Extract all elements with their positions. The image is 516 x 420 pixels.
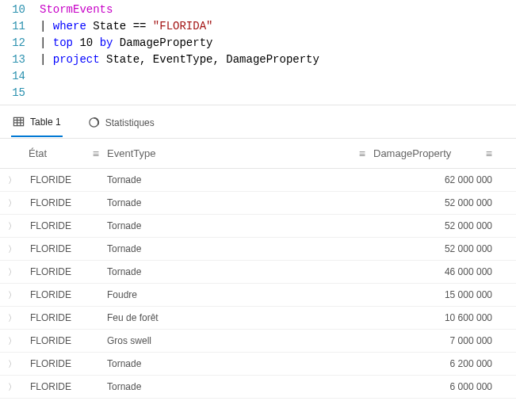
cell-damage: 62 000 000 (373, 174, 516, 185)
table-row[interactable]: 〉FLORIDEFeu de forêt10 600 000 (0, 307, 516, 330)
cell-damage: 6 200 000 (373, 358, 516, 369)
column-menu-icon[interactable]: ≡ (359, 147, 365, 160)
expand-row-icon[interactable]: 〉 (0, 289, 24, 301)
table-row[interactable]: 〉FLORIDEFoudre15 000 000 (0, 284, 516, 307)
cell-event: Tornade (107, 358, 373, 369)
stats-icon (88, 116, 100, 128)
cell-event: Tornade (107, 266, 373, 277)
code-line[interactable]: 15 (0, 85, 516, 101)
column-header-state-label: État (29, 147, 47, 159)
table-row[interactable]: 〉FLORIDETornade52 000 000 (0, 215, 516, 238)
tab-table-label: Table 1 (30, 116, 61, 128)
cell-damage: 7 000 000 (373, 335, 516, 346)
cell-event: Tornade (107, 174, 373, 185)
line-number: 13 (0, 52, 40, 68)
expand-row-icon[interactable]: 〉 (0, 220, 24, 232)
table-row[interactable]: 〉FLORIDETornade52 000 000 (0, 238, 516, 261)
code-line[interactable]: 10StormEvents (0, 2, 516, 18)
code-content[interactable]: | project State, EventType, DamageProper… (40, 52, 516, 68)
column-menu-icon[interactable]: ≡ (93, 147, 99, 160)
cell-state: FLORIDE (24, 266, 107, 277)
line-number: 10 (0, 2, 40, 18)
cell-state: FLORIDE (24, 335, 107, 346)
query-editor[interactable]: 10StormEvents11| where State == "FLORIDA… (0, 0, 516, 105)
cell-event: Gros swell (107, 335, 373, 346)
cell-event: Tornade (107, 197, 373, 208)
cell-state: FLORIDE (24, 289, 107, 300)
svg-rect-0 (13, 117, 23, 125)
tab-stats[interactable]: Statistiques (86, 112, 156, 136)
code-content[interactable] (40, 85, 516, 101)
results-grid: État ≡ EventType ≡ DamageProperty ≡ 〉FLO… (0, 139, 516, 399)
grid-header: État ≡ EventType ≡ DamageProperty ≡ (0, 139, 516, 169)
cell-damage: 46 000 000 (373, 266, 516, 277)
line-number: 15 (0, 85, 40, 101)
result-tabs: Table 1 Statistiques (0, 105, 516, 139)
grid-body: 〉FLORIDETornade62 000 000〉FLORIDETornade… (0, 169, 516, 399)
expand-row-icon[interactable]: 〉 (0, 174, 24, 186)
expand-row-icon[interactable]: 〉 (0, 358, 24, 370)
cell-damage: 52 000 000 (373, 197, 516, 208)
cell-event: Feu de forêt (107, 312, 373, 323)
cell-event: Tornade (107, 243, 373, 254)
cell-state: FLORIDE (24, 197, 107, 208)
column-header-damage-label: DamageProperty (373, 147, 451, 159)
code-content[interactable]: StormEvents (40, 2, 516, 18)
expand-row-icon[interactable]: 〉 (0, 312, 24, 324)
code-content[interactable]: | where State == "FLORIDA" (40, 18, 516, 35)
cell-state: FLORIDE (24, 381, 107, 392)
cell-damage: 6 000 000 (373, 381, 516, 392)
cell-damage: 52 000 000 (373, 243, 516, 254)
column-header-damage[interactable]: DamageProperty ≡ (373, 147, 516, 160)
cell-event: Tornade (107, 220, 373, 231)
code-line[interactable]: 13| project State, EventType, DamageProp… (0, 52, 516, 68)
table-row[interactable]: 〉FLORIDETornade6 200 000 (0, 353, 516, 376)
cell-state: FLORIDE (24, 174, 107, 185)
cell-damage: 10 600 000 (373, 312, 516, 323)
column-header-event[interactable]: EventType ≡ (107, 147, 373, 160)
cell-damage: 52 000 000 (373, 220, 516, 231)
table-icon (13, 116, 25, 128)
table-row[interactable]: 〉FLORIDEGros swell7 000 000 (0, 330, 516, 353)
tab-stats-label: Statistiques (105, 117, 155, 128)
table-row[interactable]: 〉FLORIDETornade46 000 000 (0, 261, 516, 284)
column-header-state[interactable]: État ≡ (24, 147, 107, 160)
expand-row-icon[interactable]: 〉 (0, 381, 24, 393)
code-line[interactable]: 14 (0, 68, 516, 85)
column-header-event-label: EventType (107, 147, 155, 159)
cell-state: FLORIDE (24, 358, 107, 369)
cell-damage: 15 000 000 (373, 289, 516, 300)
line-number: 11 (0, 18, 40, 35)
code-content[interactable]: | top 10 by DamageProperty (40, 35, 516, 52)
cell-event: Foudre (107, 289, 373, 300)
code-line[interactable]: 11| where State == "FLORIDA" (0, 18, 516, 35)
tab-table[interactable]: Table 1 (11, 111, 63, 137)
table-row[interactable]: 〉FLORIDETornade6 000 000 (0, 376, 516, 399)
cell-event: Tornade (107, 381, 373, 392)
expand-row-icon[interactable]: 〉 (0, 266, 24, 278)
expand-row-icon[interactable]: 〉 (0, 335, 24, 347)
table-row[interactable]: 〉FLORIDETornade62 000 000 (0, 169, 516, 192)
table-row[interactable]: 〉FLORIDETornade52 000 000 (0, 192, 516, 215)
line-number: 14 (0, 68, 40, 85)
code-content[interactable] (40, 68, 516, 85)
cell-state: FLORIDE (24, 220, 107, 231)
cell-state: FLORIDE (24, 243, 107, 254)
cell-state: FLORIDE (24, 312, 107, 323)
expand-row-icon[interactable]: 〉 (0, 197, 24, 209)
expand-row-icon[interactable]: 〉 (0, 243, 24, 255)
line-number: 12 (0, 35, 40, 52)
column-menu-icon[interactable]: ≡ (486, 147, 492, 160)
code-line[interactable]: 12| top 10 by DamageProperty (0, 35, 516, 52)
